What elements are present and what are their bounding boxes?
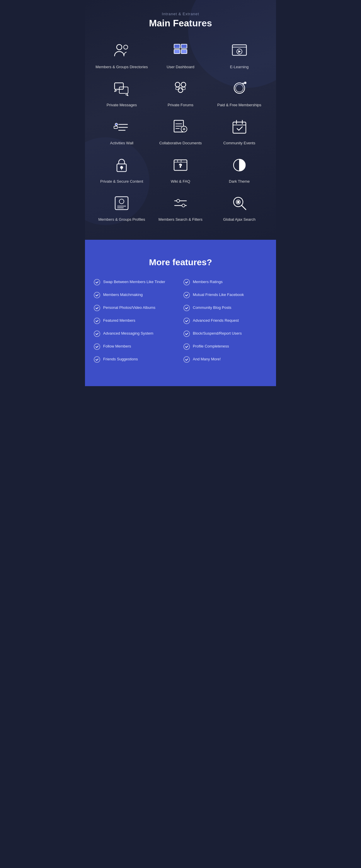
more-feature-item-10: Follow Members	[94, 343, 177, 350]
feature-label-members-groups-directories: Members & Groups Directories	[95, 64, 148, 70]
more-feature-text-13: And Many More!	[193, 357, 221, 362]
more-feature-text-5: Community Blog Posts	[193, 305, 231, 310]
svg-point-19	[115, 123, 117, 126]
svg-point-49	[182, 204, 185, 207]
more-feature-text-6: Featured Members	[103, 318, 135, 323]
more-feature-text-3: Mutual Friends Like Facebook	[193, 292, 244, 298]
svg-point-34	[120, 166, 123, 168]
more-feature-text-12: Friends Suggestions	[103, 357, 138, 362]
feature-label-wiki-faq: Wiki & FAQ	[171, 179, 190, 184]
check-icon-4	[94, 305, 100, 311]
feature-e-learning: E-Learning	[211, 40, 267, 70]
feature-global-ajax-search: Global Ajax Search	[211, 193, 267, 222]
more-feature-item-0: Swap Between Members Like Tinder	[94, 279, 177, 285]
svg-point-12	[181, 82, 186, 87]
collaborative-documents-icon	[170, 117, 191, 137]
private-messages-icon	[111, 79, 132, 99]
feature-members-groups-profiles: Members & Groups Profiles	[94, 193, 150, 222]
svg-point-48	[177, 199, 179, 202]
members-groups-icon	[111, 40, 132, 61]
check-icon-3	[184, 292, 190, 298]
svg-point-13	[178, 88, 183, 93]
feature-label-private-forums: Private Forums	[168, 102, 193, 108]
community-events-icon	[229, 117, 250, 137]
svg-text:?: ?	[179, 163, 182, 168]
check-icon-7	[184, 318, 190, 324]
feature-label-private-messages: Private Messages	[107, 102, 137, 108]
svg-rect-23	[114, 126, 117, 128]
feature-private-messages: Private Messages	[94, 79, 150, 108]
user-dashboard-icon	[170, 40, 191, 61]
e-learning-icon	[229, 40, 250, 61]
svg-point-0	[117, 44, 122, 50]
svg-rect-5	[181, 50, 187, 54]
members-groups-profiles-icon	[111, 193, 132, 213]
members-search-filters-icon	[170, 193, 191, 213]
check-icon-5	[184, 305, 190, 311]
more-feature-text-4: Personal Photos/Video Albums	[103, 305, 155, 310]
wiki-faq-icon: ?	[170, 155, 191, 175]
more-features-list: Swap Between Members Like Tinder Members…	[94, 279, 267, 363]
feature-label-memberships: Paid & Free Memberships	[217, 102, 261, 108]
feature-label-dark-theme: Dark Theme	[229, 179, 250, 184]
activities-wall-icon	[111, 117, 132, 137]
svg-rect-29	[233, 122, 246, 133]
svg-rect-2	[174, 44, 180, 48]
feature-private-forums: Private Forums	[152, 79, 209, 108]
check-icon-8	[94, 331, 100, 337]
more-feature-text-1: Members Ratings	[193, 280, 223, 284]
more-feature-item-11: Profile Completeness	[184, 343, 267, 350]
feature-label-activities-wall: Activities Wall	[110, 141, 133, 146]
more-feature-text-9: Block/Suspend/Report Users	[193, 331, 242, 336]
more-feature-item-2: Members Matchmaking	[94, 292, 177, 298]
section-title: Main Features	[91, 18, 270, 29]
more-feature-item-4: Personal Photos/Video Albums	[94, 305, 177, 311]
feature-private-secure: Private & Secure Content	[94, 155, 150, 184]
more-feature-item-5: Community Blog Posts	[184, 305, 267, 311]
svg-rect-6	[232, 45, 246, 55]
feature-label-e-learning: E-Learning	[230, 64, 249, 70]
feature-members-groups-directories: Members & Groups Directories	[94, 40, 150, 70]
svg-point-17	[235, 84, 243, 92]
more-feature-text-7: Advanced Friends Request	[193, 318, 239, 323]
svg-rect-3	[181, 44, 187, 48]
svg-rect-4	[174, 50, 180, 54]
memberships-icon	[229, 79, 250, 99]
more-feature-item-8: Advanced Messaging System	[94, 331, 177, 337]
svg-point-18	[244, 82, 246, 84]
svg-point-11	[175, 82, 180, 87]
feature-label-collaborative-documents: Collaborative Documents	[159, 141, 202, 146]
more-feature-item-1: Members Ratings	[184, 279, 267, 285]
section-subtitle: Intranet & Extranet	[91, 12, 270, 16]
more-feature-text-10: Follow Members	[103, 344, 131, 349]
check-icon-9	[184, 331, 190, 337]
feature-wiki-faq: ? Wiki & FAQ	[152, 155, 209, 184]
check-icon-6	[94, 318, 100, 324]
svg-point-53	[237, 201, 239, 203]
more-feature-item-6: Featured Members	[94, 318, 177, 324]
more-feature-text-11: Profile Completeness	[193, 344, 229, 349]
feature-label-global-ajax-search: Global Ajax Search	[223, 217, 255, 222]
more-feature-text-2: Members Matchmaking	[103, 292, 143, 298]
global-ajax-search-icon	[229, 193, 250, 213]
more-feature-item-9: Block/Suspend/Report Users	[184, 331, 267, 337]
feature-label-community-events: Community Events	[223, 141, 255, 146]
feature-members-search-filters: Members Search & Filters	[152, 193, 209, 222]
svg-line-51	[242, 205, 246, 210]
main-features-section: Intranet & Extranet Main Features Member…	[85, 0, 276, 240]
feature-dark-theme: Dark Theme	[211, 155, 267, 184]
private-forums-icon	[170, 79, 191, 99]
check-icon-12	[94, 356, 100, 363]
more-feature-item-3: Mutual Friends Like Facebook	[184, 292, 267, 298]
check-icon-0	[94, 279, 100, 285]
check-icon-2	[94, 292, 100, 298]
more-feature-item-13: And Many More!	[184, 356, 267, 363]
feature-label-private-secure: Private & Secure Content	[100, 179, 143, 184]
more-features-title: More features?	[94, 257, 267, 267]
feature-user-dashboard: User Dashboard	[152, 40, 209, 70]
features-grid: Members & Groups Directories User Dashbo…	[91, 40, 270, 222]
check-icon-10	[94, 343, 100, 350]
svg-point-43	[119, 199, 124, 204]
more-feature-item-7: Advanced Friends Request	[184, 318, 267, 324]
check-icon-11	[184, 343, 190, 350]
